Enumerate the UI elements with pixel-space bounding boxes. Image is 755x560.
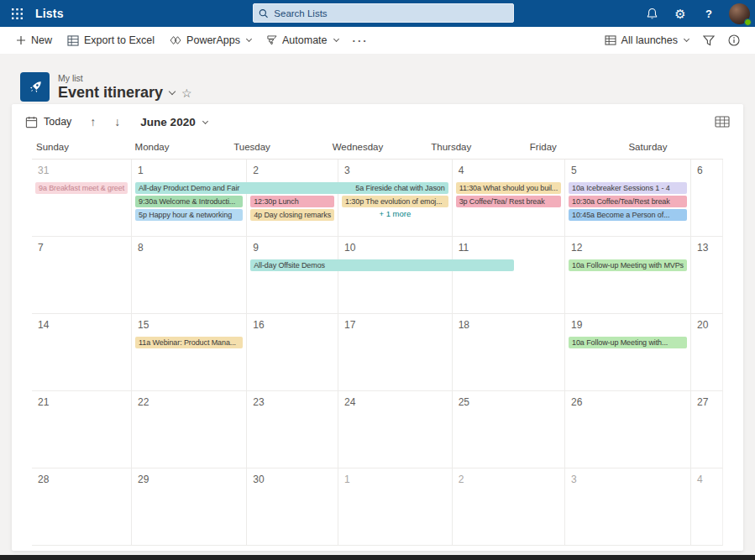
calendar-day-cell[interactable]: 4 <box>691 468 723 546</box>
calendar-event[interactable]: All-day Offsite Demos <box>250 259 514 271</box>
calendar-day-cell[interactable]: 1910a Follow-up Meeting with... <box>565 314 691 391</box>
calendar-event[interactable]: 11:30a What should you buil... <box>456 182 561 194</box>
filter-button[interactable] <box>696 27 721 54</box>
calendar-event[interactable]: 12:30p Lunch <box>250 196 334 207</box>
more-commands-button[interactable]: ··· <box>346 34 375 47</box>
previous-period-button[interactable]: ↑ <box>90 115 96 128</box>
calendar-event[interactable]: 10:30a Coffee/Tea/Rest break <box>569 196 687 207</box>
today-button[interactable]: Today <box>25 116 71 128</box>
calendar-day-cell[interactable]: 411:30a What should you buil...3p Coffee… <box>453 160 565 237</box>
calendar-day-cell[interactable]: 17 <box>338 314 453 391</box>
calendar-day-cell[interactable]: 18 <box>453 314 565 391</box>
calendar-day-cell[interactable]: 24 <box>338 391 453 468</box>
calendar-day-cell[interactable]: 8 <box>132 237 247 314</box>
calendar-day-cell[interactable]: 3 <box>565 468 691 546</box>
more-events-link[interactable]: + 1 more <box>338 209 452 218</box>
account-button[interactable] <box>723 0 755 27</box>
calendar-day-cell[interactable]: 14 <box>32 314 132 391</box>
suite-bar: Lists ⚙ ? <box>0 0 755 27</box>
calendar-event[interactable]: All-day Product Demo and Fair <box>135 182 355 194</box>
calendar-event[interactable]: 3p Coffee/Tea/ Rest break <box>456 196 561 207</box>
month-view-toggle-button[interactable] <box>715 116 730 128</box>
calendar-event[interactable]: 5p Happy hour & networking <box>135 209 243 221</box>
calendar-event[interactable]: 9a Breakfast meet & greet <box>35 182 128 194</box>
calendar-day-cell[interactable]: 510a Icebreaker Sessions 1 - 410:30a Cof… <box>565 160 691 237</box>
favorite-star-icon[interactable]: ☆ <box>181 86 192 100</box>
calendar-day-cell[interactable]: 1210a Follow-up Meeting with MVPs <box>565 237 691 314</box>
calendar-day-cell[interactable]: 22 <box>132 391 247 468</box>
app-launcher-icon[interactable] <box>0 0 34 27</box>
calendar-day-cell[interactable]: 9All-day Offsite Demos <box>247 237 338 314</box>
weekday-label: Tuesday <box>229 142 328 159</box>
month-label: June 2020 <box>140 116 195 128</box>
date-number: 12 <box>571 242 690 254</box>
date-number: 1 <box>138 165 246 176</box>
filter-icon <box>703 35 715 46</box>
date-number: 4 <box>697 474 722 485</box>
calendar-day-cell[interactable]: 29 <box>132 468 247 546</box>
powerapps-menu-button[interactable]: PowerApps <box>162 27 259 54</box>
chevron-down-icon <box>333 36 339 42</box>
calendar-event[interactable]: 9:30a Welcome & Introducti... <box>135 196 243 207</box>
rocket-icon <box>27 79 44 96</box>
calendar-day-cell[interactable]: 27 <box>691 391 723 468</box>
today-label: Today <box>44 116 71 128</box>
calendar-day-cell[interactable]: 23 <box>247 391 338 468</box>
settings-button[interactable]: ⚙ <box>666 0 695 27</box>
view-selector-button[interactable]: All launches <box>597 27 696 54</box>
calendar-day-cell[interactable]: 28 <box>32 468 132 546</box>
help-button[interactable]: ? <box>695 0 723 27</box>
date-number: 15 <box>138 319 246 331</box>
search-box[interactable] <box>253 3 514 23</box>
calendar-day-cell[interactable]: 20 <box>691 314 723 391</box>
calendar-day-cell[interactable]: 21 <box>32 391 132 468</box>
automate-menu-button[interactable]: Automate <box>259 27 346 54</box>
title-chevron-icon[interactable] <box>169 87 176 94</box>
calendar-event[interactable]: 10a Follow-up Meeting with... <box>569 337 687 348</box>
view-selector-label: All launches <box>621 34 678 46</box>
breadcrumb[interactable]: My list <box>58 73 192 83</box>
calendar-day-cell[interactable]: 1511a Webinar: Product Mana... <box>132 314 247 391</box>
calendar-day-cell[interactable]: 13 <box>691 237 723 314</box>
calendar-day-cell[interactable]: 25 <box>453 391 565 468</box>
calendar-day-cell[interactable]: 1All-day Product Demo and Fair9:30a Welc… <box>132 160 247 237</box>
calendar-day-cell[interactable]: 1 <box>338 468 453 546</box>
new-button[interactable]: New <box>8 27 60 54</box>
calendar-day-cell[interactable]: 6 <box>691 160 723 237</box>
date-number: 5 <box>571 165 690 176</box>
info-button[interactable] <box>721 27 747 54</box>
automate-icon <box>266 35 277 45</box>
calendar-day-cell[interactable]: 33:15a Fireside chat with Jason1:30p The… <box>338 160 453 237</box>
calendar-event[interactable]: 10a Icebreaker Sessions 1 - 4 <box>569 182 687 194</box>
calendar-event[interactable]: 1:30p The evolution of emoj... <box>342 196 448 207</box>
date-number: 1 <box>344 474 452 485</box>
calendar-day-cell[interactable]: 26 <box>565 391 691 468</box>
calendar-event[interactable]: 10a Follow-up Meeting with MVPs <box>569 259 687 271</box>
calendar-day-cell[interactable]: 11 <box>453 237 565 314</box>
calendar-day-cell[interactable]: 7 <box>32 237 132 314</box>
view-grid-icon <box>605 35 616 45</box>
export-to-excel-button[interactable]: Export to Excel <box>60 27 162 54</box>
calendar-day-cell[interactable]: 319a Breakfast meet & greet <box>32 160 132 237</box>
calendar-day-cell[interactable]: 16 <box>247 314 338 391</box>
calendar-event[interactable]: 11a Webinar: Product Mana... <box>135 337 243 348</box>
weekday-label: Friday <box>526 142 625 159</box>
calendar-event[interactable]: 4p Day closing remarks <box>250 209 334 221</box>
calendar-event[interactable]: 3:15a Fireside chat with Jason <box>342 182 448 194</box>
calendar-day-cell[interactable]: 30 <box>247 468 338 546</box>
calendar-icon <box>25 116 38 128</box>
calendar-day-cell[interactable]: 2 <box>453 468 565 546</box>
export-label: Export to Excel <box>84 34 155 46</box>
calendar-event[interactable]: 10:45a Become a Person of... <box>569 209 687 221</box>
month-picker[interactable]: June 2020 <box>140 116 207 128</box>
date-number: 29 <box>138 474 246 485</box>
calendar-day-cell[interactable]: 10 <box>338 237 453 314</box>
app-title[interactable]: Lists <box>35 7 64 20</box>
next-period-button[interactable]: ↓ <box>114 115 120 128</box>
list-tile[interactable] <box>20 72 50 102</box>
date-number: 7 <box>38 242 131 254</box>
suite-bar-right: ⚙ ? <box>637 0 755 27</box>
search-input[interactable] <box>272 8 508 19</box>
notifications-button[interactable] <box>637 0 666 27</box>
calendar-day-cell[interactable]: 212:30p Lunch4p Day closing remarks <box>247 160 338 237</box>
